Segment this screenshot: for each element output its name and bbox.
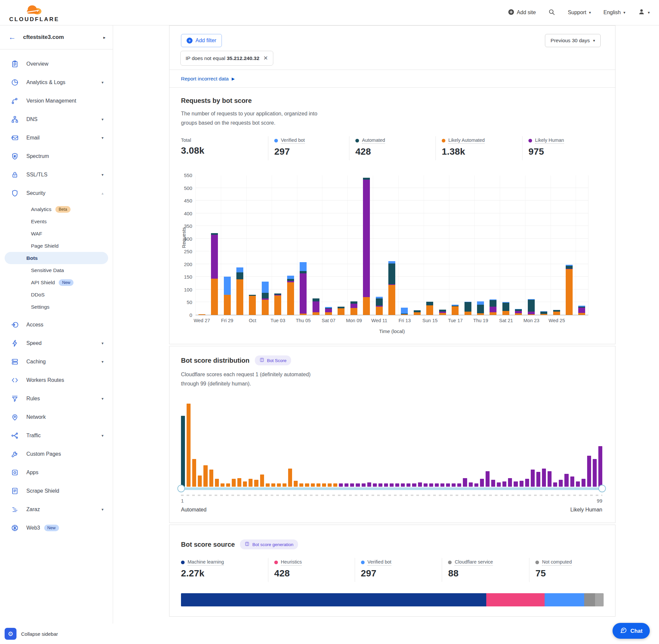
back-arrow-icon[interactable]: ← bbox=[8, 33, 16, 42]
support-menu[interactable]: Support ▾ bbox=[568, 9, 591, 16]
histogram-bar-56 bbox=[497, 482, 501, 487]
sidebar-item-web3[interactable]: Web3New bbox=[0, 519, 113, 537]
security-icon bbox=[10, 189, 19, 198]
report-row: Report incorrect data ▶ bbox=[169, 70, 615, 88]
sidebar-item-version-management[interactable]: Version Management bbox=[0, 92, 113, 110]
sidebar-item-network[interactable]: Network bbox=[0, 408, 113, 427]
y-tick: 300 bbox=[184, 236, 192, 242]
histogram-bar-46 bbox=[441, 483, 444, 487]
histogram-bar-69 bbox=[570, 477, 574, 487]
histogram-bar-45 bbox=[435, 483, 439, 487]
x-tick-label: Fri 13 bbox=[392, 318, 417, 323]
remove-filter-icon[interactable]: ✕ bbox=[263, 55, 268, 62]
y-tick: 100 bbox=[184, 287, 192, 293]
rules-icon bbox=[10, 394, 19, 403]
legend-dot-icon bbox=[274, 560, 278, 564]
sidebar-item-security[interactable]: Security▴ bbox=[0, 184, 113, 203]
histogram-bar-3 bbox=[198, 476, 202, 487]
histogram-bar-37 bbox=[390, 483, 394, 487]
requests-bar-21 bbox=[465, 302, 471, 315]
sidebar-subitem-waf[interactable]: WAF bbox=[5, 228, 108, 240]
requests-bar-1 bbox=[211, 233, 218, 315]
add-filter-button[interactable]: + Add filter bbox=[181, 34, 222, 47]
report-incorrect-data-link[interactable]: Report incorrect data ▶ bbox=[181, 76, 235, 82]
collapse-sidebar-button[interactable]: Collapse sidebar bbox=[21, 631, 58, 637]
sidebar-item-access[interactable]: Access bbox=[0, 316, 113, 334]
sidebar-item-caching[interactable]: Caching▾ bbox=[0, 352, 113, 371]
histogram-bar-35 bbox=[378, 483, 382, 487]
top-navbar: CLOUDFLARE Add site Support ▾ English ▾ bbox=[0, 0, 659, 25]
sidebar-item-traffic[interactable]: Traffic▾ bbox=[0, 427, 113, 445]
histogram-bar-27 bbox=[333, 483, 337, 487]
security-subnav: AnalyticsBetaEventsWAFPage ShieldBotsSen… bbox=[0, 203, 113, 316]
x-tick-label: Mon 23 bbox=[519, 318, 544, 323]
legend-dot-icon bbox=[442, 139, 445, 142]
sidebar-item-custom-pages[interactable]: Custom Pages bbox=[0, 445, 113, 463]
histogram-bar-11 bbox=[243, 481, 247, 487]
bot-score-doc-badge[interactable]: Bot Score bbox=[255, 355, 291, 365]
account-menu[interactable]: ▾ bbox=[638, 8, 650, 17]
histogram-bar-31 bbox=[356, 483, 360, 487]
y-tick: 50 bbox=[187, 299, 192, 305]
cloudflare-logo[interactable]: CLOUDFLARE bbox=[9, 3, 59, 22]
score-range-slider[interactable] bbox=[181, 487, 602, 490]
sidebar-item-scrape-shield[interactable]: Scrape Shield bbox=[0, 482, 113, 500]
chevron-down-icon: ▾ bbox=[101, 117, 103, 122]
chat-bubble-icon bbox=[620, 626, 627, 635]
sidebar-item-rules[interactable]: Rules▾ bbox=[0, 389, 113, 408]
sidebar-item-ssl-tls[interactable]: SSL/TLS▾ bbox=[0, 165, 113, 184]
sidebar-subitem-page-shield[interactable]: Page Shield bbox=[5, 240, 108, 252]
histogram-bar-48 bbox=[452, 483, 455, 487]
distribution-description: Cloudflare scores each request 1 (defini… bbox=[181, 370, 392, 388]
sidebar-item-apps[interactable]: Apps bbox=[0, 463, 113, 482]
chat-button[interactable]: Chat bbox=[613, 623, 650, 639]
slider-min-value: 1 bbox=[181, 498, 184, 504]
language-menu[interactable]: English ▾ bbox=[603, 9, 626, 16]
sidebar-item-spectrum[interactable]: Spectrum bbox=[0, 147, 113, 165]
sidebar-item-zaraz[interactable]: Zaraz▾ bbox=[0, 500, 113, 519]
slider-handle-min[interactable] bbox=[178, 485, 185, 492]
sidebar-item-dns[interactable]: DNS▾ bbox=[0, 110, 113, 129]
requests-bar-27 bbox=[540, 311, 547, 315]
histogram-bar-65 bbox=[547, 471, 551, 487]
search-button[interactable] bbox=[548, 8, 555, 17]
add-site-button[interactable]: Add site bbox=[508, 9, 536, 17]
histogram-bar-36 bbox=[384, 483, 388, 487]
requests-bar-6 bbox=[274, 294, 281, 315]
y-tick: 250 bbox=[184, 249, 192, 254]
sidebar-subitem-api-shield[interactable]: API ShieldNew bbox=[5, 276, 108, 289]
requests-bar-2 bbox=[224, 277, 231, 315]
requests-bar-20 bbox=[452, 305, 458, 315]
main-content: + Add filter IP does not equal 35.212.24… bbox=[169, 25, 615, 617]
sidebar-subitem-events[interactable]: Events bbox=[5, 215, 108, 228]
chevron-down-icon: ▾ bbox=[101, 396, 103, 401]
chevron-right-icon[interactable]: ▸ bbox=[103, 35, 105, 40]
sidebar-subitem-analytics[interactable]: AnalyticsBeta bbox=[5, 203, 108, 215]
distribution-histogram bbox=[181, 400, 602, 487]
badge-new: New bbox=[44, 525, 59, 531]
x-tick-label: Thu 19 bbox=[468, 318, 494, 323]
histogram-bar-63 bbox=[536, 472, 540, 487]
requests-bar-10 bbox=[325, 307, 332, 315]
analytics-card: + Add filter IP does not equal 35.212.24… bbox=[169, 25, 615, 344]
sidebar-item-analytics-logs[interactable]: Analytics & Logs▾ bbox=[0, 73, 113, 92]
sidebar-subitem-sensitive-data[interactable]: Sensitive Data bbox=[5, 264, 108, 276]
sidebar-subitem-settings[interactable]: Settings bbox=[5, 301, 108, 313]
bot-score-generation-doc-badge[interactable]: Bot score generation bbox=[240, 539, 298, 549]
sidebar-item-workers-routes[interactable]: Workers Routes bbox=[0, 371, 113, 389]
histogram-bar-26 bbox=[328, 483, 332, 487]
gear-icon: ⚙ bbox=[7, 630, 13, 638]
preferences-gear-button[interactable]: ⚙ bbox=[5, 628, 17, 640]
histogram-bar-7 bbox=[220, 483, 225, 487]
requests-bar-9 bbox=[312, 298, 320, 315]
slider-handle-max[interactable] bbox=[598, 485, 606, 492]
web3-icon bbox=[10, 524, 19, 532]
sidebar-item-speed[interactable]: Speed▾ bbox=[0, 334, 113, 352]
sidebar-subitem-bots[interactable]: Bots bbox=[5, 252, 108, 264]
date-range-select[interactable]: Previous 30 days ▾ bbox=[545, 34, 601, 47]
sidebar-item-email[interactable]: Email▾ bbox=[0, 129, 113, 147]
filter-chip[interactable]: IP does not equal 35.212.240.32 ✕ bbox=[180, 51, 273, 66]
sidebar-subitem-ddos[interactable]: DDoS bbox=[5, 289, 108, 301]
sidebar-item-overview[interactable]: Overview bbox=[0, 55, 113, 73]
chevron-up-icon: ▴ bbox=[101, 191, 103, 196]
